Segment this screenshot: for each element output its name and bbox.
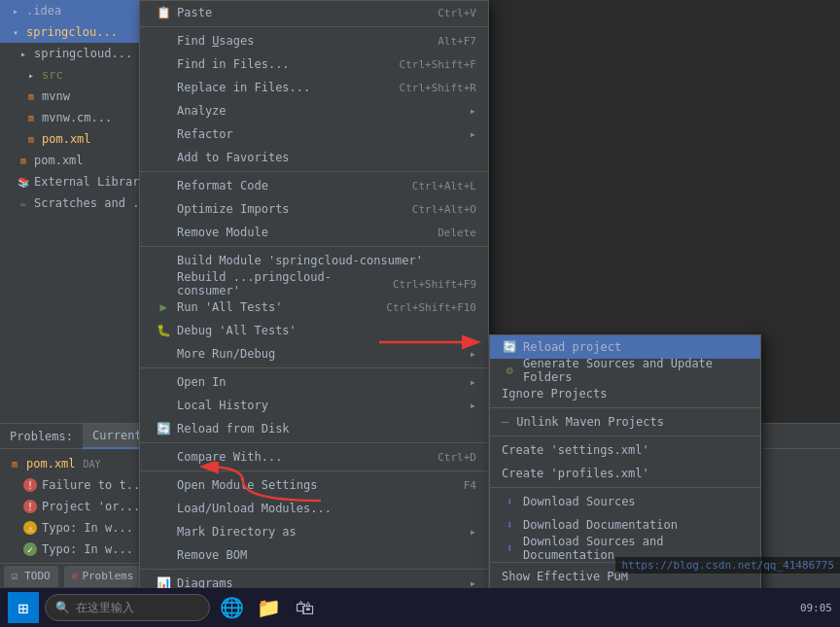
xml-icon: m [16, 153, 31, 168]
optimize-icon [156, 201, 171, 217]
open-in-icon [156, 374, 171, 390]
menu-separator-3 [140, 246, 488, 247]
tree-item-label: src [42, 68, 63, 82]
tab-problems[interactable]: Problems: [0, 424, 83, 449]
menu-item-open-in[interactable]: Open In ▸ [140, 370, 488, 394]
menu-separator-7 [140, 569, 488, 570]
submenu-sep-3 [490, 487, 760, 488]
tab-problems-status[interactable]: ⊘ Problems [64, 566, 142, 587]
taskbar-search[interactable]: 🔍 在这里输入 [45, 594, 210, 621]
menu-item-find-in-files[interactable]: Find in Files... Ctrl+Shift+F [140, 52, 488, 76]
tree-item-label: .idea [26, 4, 61, 17]
folder-open-icon: ▾ [8, 24, 23, 40]
tree-item-idea[interactable]: ▸ .idea [0, 0, 140, 21]
taskbar-app-ie[interactable]: 🌐 [216, 592, 247, 623]
scratch-icon: ✏ [16, 195, 31, 211]
bom-icon [156, 547, 171, 563]
tab-todo[interactable]: ☑ TODO [4, 566, 58, 587]
warning-icon-1: ⚠ [23, 521, 37, 535]
submenu-item-create-profiles[interactable]: Create 'profiles.xml' [490, 462, 760, 485]
menu-item-mark-directory[interactable]: Mark Directory as ▸ [140, 520, 488, 543]
tree-item-springcloud[interactable]: ▾ springclou... [0, 21, 140, 43]
submenu-item-download-doc[interactable]: ⬇ Download Documentation [490, 513, 760, 537]
maven-submenu: 🔄 Reload project ⚙ Generate Sources and … [489, 334, 761, 627]
remove-module-icon [156, 225, 171, 240]
folder-icon: ▸ [16, 46, 31, 61]
menu-separator-6 [140, 470, 488, 471]
submenu-item-ignore-projects[interactable]: Ignore Projects [490, 382, 760, 405]
start-button[interactable]: ⊞ [8, 592, 39, 623]
submenu-item-reload-project[interactable]: 🔄 Reload project [490, 335, 760, 359]
submenu-arrow: ▸ [470, 399, 476, 412]
debug-icon: 🐛 [156, 323, 171, 338]
submenu-item-download-sources[interactable]: ⬇ Download Sources [490, 490, 760, 513]
menu-item-more-run[interactable]: More Run/Debug ▸ [140, 342, 488, 366]
more-run-icon [156, 346, 171, 362]
search-placeholder: 在这里输入 [76, 600, 134, 616]
paste-icon: 📋 [156, 5, 171, 20]
info-icon-1: ✓ [23, 542, 37, 556]
tree-item-pomxml[interactable]: m pom.xml [0, 128, 140, 150]
tree-item-src[interactable]: ▸ src [0, 64, 140, 86]
menu-item-load-unload[interactable]: Load/Unload Modules... [140, 497, 488, 520]
xml-icon: m [23, 131, 39, 147]
tree-item-mvnwcmd[interactable]: m mvnw.cm... [0, 107, 140, 128]
menu-item-remove-bom[interactable]: Remove BOM [140, 543, 488, 567]
menu-item-replace-in-files[interactable]: Replace in Files... Ctrl+Shift+R [140, 76, 488, 99]
menu-separator-4 [140, 367, 488, 368]
taskbar-app-store[interactable]: 🛍 [290, 592, 321, 623]
tree-item-scratches[interactable]: ✏ Scratches and ... [0, 192, 140, 214]
search-icon: 🔍 [55, 601, 70, 614]
menu-item-build-module[interactable]: Build Module 'springcloud-consumer' [140, 249, 488, 272]
menu-item-debug-tests[interactable]: 🐛 Debug 'All Tests' [140, 319, 488, 342]
build-icon [156, 253, 171, 268]
tree-item-extlibs[interactable]: 📚 External Librar... [0, 171, 140, 192]
taskbar: ⊞ 🔍 在这里输入 🌐 📁 🛍 09:05 [0, 588, 840, 627]
menu-item-add-favorites[interactable]: Add to Favorites [140, 146, 488, 169]
tree-item-label: springclou... [26, 25, 118, 39]
menu-item-rebuild[interactable]: Rebuild ...pringcloud-consumer' Ctrl+Shi… [140, 272, 488, 296]
menu-separator-1 [140, 26, 488, 27]
menu-item-find-usages[interactable]: Find Usages Alt+F7 [140, 29, 488, 52]
submenu-item-unlink-maven[interactable]: —Unlink Maven Projects [490, 410, 760, 434]
menu-item-compare-with[interactable]: Compare With... Ctrl+D [140, 445, 488, 469]
submenu-item-generate-sources[interactable]: ⚙ Generate Sources and Update Folders [490, 359, 760, 382]
menu-item-local-history[interactable]: Local History ▸ [140, 394, 488, 417]
reformat-icon [156, 178, 171, 193]
refactor-icon [156, 126, 171, 142]
tree-item-label: External Librar... [34, 175, 141, 189]
submenu-sep-2 [490, 435, 760, 436]
menu-item-reformat[interactable]: Reformat Code Ctrl+Alt+L [140, 174, 488, 197]
submenu-arrow: ▸ [470, 104, 476, 118]
error-icon: ! [23, 478, 37, 492]
submenu-item-create-settings[interactable]: Create 'settings.xml' [490, 438, 760, 462]
tree-item-springcloud2[interactable]: ▸ springcloud... [0, 43, 140, 64]
tree-item-pom2[interactable]: m pom.xml [0, 150, 140, 171]
menu-item-paste[interactable]: 📋 Paste Ctrl+V [140, 1, 488, 24]
taskbar-app-folder[interactable]: 📁 [253, 592, 284, 623]
warning-status-icon: ⊘ [72, 570, 79, 582]
history-icon [156, 398, 171, 413]
libs-icon: 📚 [16, 174, 31, 190]
menu-item-remove-module[interactable]: Remove Module Delete [140, 221, 488, 244]
analyze-icon [156, 103, 171, 119]
tree-item-label: pom.xml [34, 154, 84, 167]
tree-item-label: mvnw [42, 89, 70, 103]
tree-item-mvnw[interactable]: m mvnw [0, 86, 140, 107]
file-icon: m [23, 110, 39, 125]
compare-icon [156, 449, 171, 465]
menu-item-refactor[interactable]: Refactor ▸ [140, 122, 488, 146]
menu-item-optimize-imports[interactable]: Optimize Imports Ctrl+Alt+O [140, 197, 488, 221]
find-files-icon [156, 56, 171, 72]
download-sources-doc-icon: ⬇ [502, 540, 517, 556]
favorites-icon [156, 150, 171, 165]
submenu-arrow: ▸ [470, 525, 476, 539]
settings-icon [156, 477, 171, 493]
menu-item-analyze[interactable]: Analyze ▸ [140, 99, 488, 122]
menu-item-run-tests[interactable]: ▶ Run 'All Tests' Ctrl+Shift+F10 [140, 296, 488, 319]
menu-item-open-module-settings[interactable]: Open Module Settings F4 [140, 473, 488, 497]
menu-item-reload-disk[interactable]: 🔄 Reload from Disk [140, 417, 488, 440]
find-usages-icon [156, 33, 171, 49]
taskbar-time: 09:05 [800, 602, 832, 614]
load-icon [156, 501, 171, 516]
